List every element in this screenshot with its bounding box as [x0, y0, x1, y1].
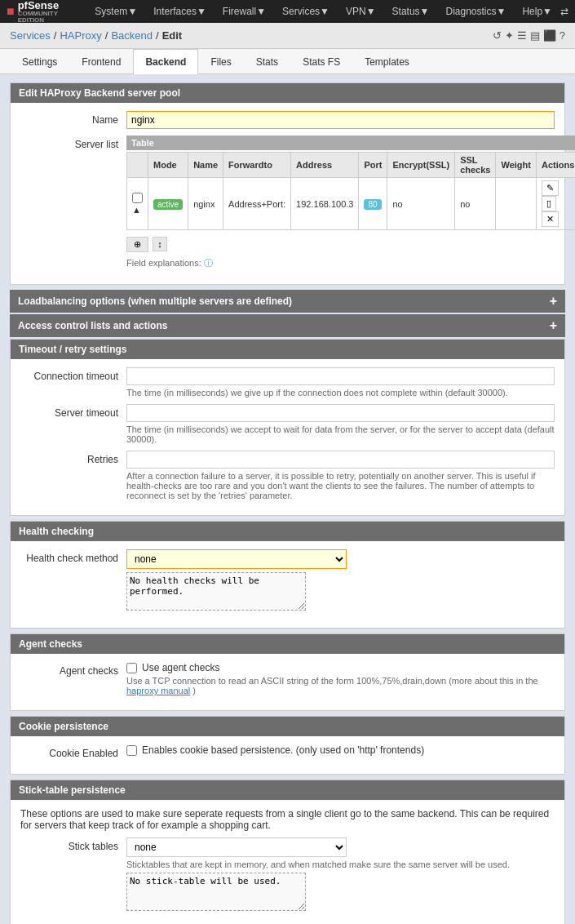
info-icon[interactable]: ⓘ: [204, 258, 213, 268]
th-check: [127, 153, 148, 178]
health-panel: Health checking Health check method none…: [10, 521, 565, 629]
health-placeholder-box: No health checks will be performed.: [126, 572, 555, 613]
server-timeout-row: Server timeout The time (in milliseconds…: [20, 404, 555, 444]
add-row-button[interactable]: ⊕: [126, 237, 148, 252]
connection-timeout-field: The time (in milliseconds) we give up if…: [126, 367, 555, 398]
tab-statsfs[interactable]: Stats FS: [290, 49, 352, 74]
nav-interfaces[interactable]: Interfaces ▼: [145, 0, 215, 23]
cookie-header: Cookie persistence: [11, 717, 564, 736]
nav-help[interactable]: Help ▼: [514, 0, 560, 23]
tab-templates[interactable]: Templates: [352, 49, 422, 74]
nav-status[interactable]: Status ▼: [384, 0, 438, 23]
td-mode: active: [148, 178, 188, 230]
th-weight: Weight: [496, 153, 536, 178]
mode-badge: active: [153, 199, 183, 210]
tab-settings[interactable]: Settings: [10, 49, 69, 74]
connection-timeout-input[interactable]: [126, 367, 555, 385]
agent-header: Agent checks: [11, 634, 564, 654]
brand-edition: COMMUNITY EDITION: [18, 11, 77, 24]
row-checkbox[interactable]: [132, 193, 143, 203]
agent-checkbox-row: Use agent checks: [126, 662, 555, 673]
stick-textarea: No stick-table will be used.: [126, 873, 306, 911]
move-button[interactable]: ↕: [153, 237, 167, 251]
nav-system[interactable]: System ▼: [86, 0, 145, 23]
agent-checks-text: Use agent checks: [142, 662, 219, 673]
cookie-enabled-help: Enables cookie based persistence. (only …: [142, 744, 424, 756]
action-icon-3[interactable]: ☰: [517, 29, 527, 42]
th-name: Name: [188, 153, 223, 178]
agent-checks-checkbox[interactable]: [126, 663, 137, 673]
stick-tables-label: Stick tables: [20, 837, 126, 852]
breadcrumb-haproxy[interactable]: HAProxy: [60, 29, 101, 42]
nav-firewall[interactable]: Firewall ▼: [215, 0, 274, 23]
brand-logo: ■ pfSense COMMUNITY EDITION: [7, 0, 77, 24]
health-body: Health check method none Basic HTTP Agen…: [11, 541, 564, 628]
navbar: ■ pfSense COMMUNITY EDITION System ▼ Int…: [0, 0, 575, 23]
th-forwardto: Forwardto: [223, 153, 291, 178]
port-badge: 80: [364, 199, 381, 210]
table-row: ▲ active nginx Address+Port: 192.168.100…: [127, 178, 576, 230]
th-sslchecks: SSL checks: [455, 153, 496, 178]
cookie-body: Cookie Enabled Enables cookie based pers…: [11, 736, 564, 774]
agent-checks-field: Use agent checks Use a TCP connection to…: [126, 662, 555, 695]
td-check: ▲: [127, 178, 148, 230]
breadcrumb-bar: Services / HAProxy / Backend / Edit ↺ ✦ …: [0, 23, 575, 49]
breadcrumb-backend[interactable]: Backend: [111, 29, 153, 42]
action-icon-5[interactable]: ⬛: [543, 29, 556, 42]
name-field: [126, 111, 555, 129]
nav-services[interactable]: Services ▼: [274, 0, 338, 23]
cookie-enabled-checkbox[interactable]: [126, 745, 137, 756]
server-table: Mode Name Forwardto Address Port Encrypt…: [126, 152, 575, 230]
tabs: Settings Frontend Backend Files Stats St…: [0, 49, 575, 74]
nav-diagnostics[interactable]: Diagnostics ▼: [438, 0, 515, 23]
breadcrumb: Services / HAProxy / Backend / Edit: [10, 29, 182, 42]
row-up-icon[interactable]: ▲: [132, 205, 141, 215]
action-icon-2[interactable]: ✦: [505, 29, 514, 42]
edit-button[interactable]: ✎: [542, 180, 559, 196]
tab-frontend[interactable]: Frontend: [69, 49, 133, 74]
agent-help-main: Use a TCP connection to read an ASCII st…: [126, 676, 538, 686]
breadcrumb-services[interactable]: Services: [10, 29, 51, 42]
retries-field: After a connection failure to a server, …: [126, 451, 555, 500]
delete-button[interactable]: ✕: [542, 211, 559, 227]
stick-panel: Stick-table persistence These options ar…: [10, 780, 565, 924]
health-method-select[interactable]: none Basic HTTP Agent SMTP: [126, 549, 347, 569]
health-textarea: No health checks will be performed.: [126, 572, 306, 611]
stick-help-text: These options are used to make sure sepe…: [20, 808, 549, 831]
connection-timeout-help: The time (in milliseconds) we give up if…: [126, 388, 555, 398]
breadcrumb-current: Edit: [162, 29, 183, 42]
cookie-enabled-row: Cookie Enabled Enables cookie based pers…: [20, 744, 555, 759]
action-icon-6[interactable]: ?: [560, 29, 565, 42]
tab-backend[interactable]: Backend: [133, 49, 198, 74]
retries-input[interactable]: [126, 451, 555, 469]
th-port: Port: [359, 153, 387, 178]
cookie-enabled-label: Cookie Enabled: [20, 744, 126, 759]
action-icon-4[interactable]: ▤: [530, 29, 540, 42]
cookie-panel: Cookie persistence Cookie Enabled Enable…: [10, 716, 565, 775]
lb-section-title: Loadbalancing options (when multiple ser…: [18, 295, 292, 307]
server-timeout-input[interactable]: [126, 404, 555, 422]
td-port: 80: [359, 178, 387, 230]
connection-timeout-row: Connection timeout The time (in millisec…: [20, 367, 555, 398]
nav-menu: System ▼ Interfaces ▼ Firewall ▼ Service…: [86, 0, 560, 23]
health-method-label: Health check method: [20, 549, 126, 564]
td-name: nginx: [188, 178, 223, 230]
main-panel: Edit HAProxy Backend server pool Name Se…: [10, 82, 565, 285]
tab-files[interactable]: Files: [198, 49, 243, 74]
timeout-body: Connection timeout The time (in millisec…: [11, 359, 564, 515]
name-input[interactable]: [126, 111, 555, 129]
haproxy-manual-link[interactable]: haproxy manual: [126, 686, 190, 695]
connection-timeout-label: Connection timeout: [20, 367, 126, 382]
panel-title: Edit HAProxy Backend server pool: [19, 87, 180, 99]
copy-button[interactable]: ▯: [542, 196, 556, 211]
breadcrumb-sep2: /: [105, 29, 108, 42]
lb-section[interactable]: Loadbalancing options (when multiple ser…: [10, 290, 565, 313]
tab-stats[interactable]: Stats: [244, 49, 290, 74]
action-icon-1[interactable]: ↺: [493, 29, 502, 42]
agent-checks-row: Agent checks Use agent checks Use a TCP …: [20, 662, 555, 695]
nav-vpn[interactable]: VPN ▼: [338, 0, 384, 23]
stick-tables-select[interactable]: none: [126, 837, 347, 857]
agent-checks-label: Agent checks: [20, 662, 126, 677]
stick-title: Stick-table persistence: [19, 784, 126, 796]
acl-section[interactable]: Access control lists and actions +: [10, 314, 565, 337]
